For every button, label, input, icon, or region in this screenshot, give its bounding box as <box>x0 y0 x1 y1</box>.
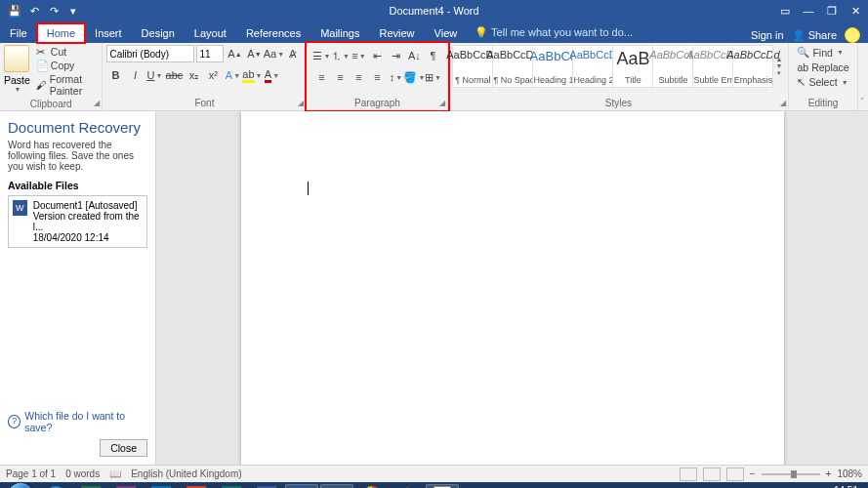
format-painter-label: Format Painter <box>50 73 95 97</box>
format-painter-button[interactable]: 🖌Format Painter <box>32 72 99 98</box>
paste-button[interactable]: Paste ▼ <box>4 45 30 93</box>
recovery-close-button[interactable]: Close <box>100 439 147 457</box>
taskbar-chrome[interactable] <box>355 484 389 488</box>
start-button[interactable] <box>4 484 37 488</box>
taskbar-onenote[interactable]: N <box>109 484 143 488</box>
qat-customize-icon[interactable]: ▾ <box>64 2 82 20</box>
clear-formatting-icon[interactable]: A̷ <box>284 45 302 62</box>
recovered-file-item[interactable]: W Document1 [Autosaved] Version created … <box>8 195 147 248</box>
show-marks-icon[interactable]: ¶ <box>424 47 441 64</box>
styles-more-button[interactable]: ▲▼▾ <box>772 45 784 88</box>
align-center-icon[interactable]: ≡ <box>331 68 349 86</box>
close-icon[interactable]: ✕ <box>847 2 864 20</box>
dialog-launcher-icon[interactable]: ◢ <box>780 99 786 107</box>
tab-mailings[interactable]: Mailings <box>310 23 369 43</box>
undo-icon[interactable]: ↶ <box>25 2 43 20</box>
taskbar-excel[interactable]: X <box>74 484 107 488</box>
decrease-indent-icon[interactable]: ⇤ <box>368 47 386 64</box>
feedback-smiley-icon[interactable] <box>845 27 860 43</box>
bullets-icon[interactable]: ☰▼ <box>312 47 330 64</box>
style-heading1[interactable]: AaBbCcHeading 1 <box>532 45 573 88</box>
grow-font-icon[interactable]: A▲ <box>226 45 243 62</box>
align-right-icon[interactable]: ≡ <box>350 68 367 86</box>
numbering-icon[interactable]: ⒈▼ <box>331 47 349 64</box>
cut-button[interactable]: ✂Cut <box>32 45 99 59</box>
taskbar-outlook[interactable]: O <box>145 484 178 488</box>
word-count[interactable]: 0 words <box>65 468 100 479</box>
document-area[interactable] <box>156 111 868 465</box>
tab-view[interactable]: View <box>425 23 468 43</box>
change-case-icon[interactable]: Aa▼ <box>265 45 282 62</box>
borders-icon[interactable]: ⊞▼ <box>424 68 441 86</box>
taskbar-powerpoint[interactable]: P <box>180 484 213 488</box>
taskbar-publisher[interactable]: P <box>215 484 248 488</box>
font-size-input[interactable] <box>196 45 224 62</box>
tab-review[interactable]: Review <box>370 23 425 43</box>
dialog-launcher-icon[interactable]: ◢ <box>298 99 304 107</box>
internet-explorer-button[interactable] <box>39 484 72 488</box>
highlight-color-icon[interactable]: ab▼ <box>243 66 261 84</box>
restore-icon[interactable]: ❐ <box>823 2 841 20</box>
redo-icon[interactable]: ↷ <box>45 2 62 20</box>
tab-file[interactable]: File <box>0 23 37 43</box>
dialog-launcher-icon[interactable]: ◢ <box>439 99 445 107</box>
style-heading2[interactable]: AaBbCcDHeading 2 <box>572 45 613 88</box>
sort-icon[interactable]: A↓ <box>405 47 423 64</box>
line-spacing-icon[interactable]: ↕▼ <box>387 68 404 86</box>
increase-indent-icon[interactable]: ⇥ <box>387 47 404 64</box>
font-name-input[interactable] <box>106 45 194 62</box>
dialog-launcher-icon[interactable]: ◢ <box>94 99 100 107</box>
save-icon[interactable]: 💾 <box>6 2 23 20</box>
justify-icon[interactable]: ≡ <box>368 68 386 86</box>
copy-button[interactable]: 📄Copy <box>32 59 99 72</box>
read-mode-icon[interactable] <box>680 468 697 481</box>
replace-button[interactable]: abReplace <box>793 61 852 74</box>
tell-me-search[interactable]: 💡 Tell me what you want to do... <box>475 22 633 43</box>
align-left-icon[interactable]: ≡ <box>312 68 330 86</box>
collapse-ribbon-icon[interactable]: ˄ <box>860 97 865 106</box>
tab-layout[interactable]: Layout <box>185 23 236 43</box>
which-file-link[interactable]: Which file do I want to save? <box>8 410 147 433</box>
taskbar-notepad[interactable] <box>426 484 459 488</box>
shading-icon[interactable]: 🪣▼ <box>405 68 423 86</box>
tab-references[interactable]: References <box>236 23 310 43</box>
share-button[interactable]: 👤 Share <box>792 29 837 42</box>
print-layout-icon[interactable] <box>703 468 721 481</box>
superscript-button[interactable]: x² <box>204 66 222 84</box>
bold-button[interactable]: B <box>106 66 124 84</box>
tab-home[interactable]: Home <box>37 23 85 43</box>
sign-in-link[interactable]: Sign in <box>751 29 784 41</box>
taskbar-word[interactable]: W <box>285 484 318 488</box>
select-button[interactable]: ↖Select▼ <box>793 75 852 89</box>
font-color-icon[interactable]: A▼ <box>263 66 280 84</box>
zoom-in-icon[interactable]: + <box>826 468 832 479</box>
italic-button[interactable]: I <box>126 66 144 84</box>
subscript-button[interactable]: x₂ <box>185 66 202 84</box>
taskbar-visio[interactable]: V <box>250 484 283 488</box>
zoom-slider[interactable] <box>762 473 820 475</box>
proofing-icon[interactable]: 📖 <box>109 468 121 479</box>
tab-insert[interactable]: Insert <box>85 23 132 43</box>
language-status[interactable]: English (United Kingdom) <box>131 468 241 479</box>
taskbar-explorer[interactable] <box>320 484 353 488</box>
ribbon-options-icon[interactable]: ▭ <box>776 2 794 20</box>
document-page[interactable] <box>241 111 784 465</box>
style-title[interactable]: AaBTitle <box>612 45 653 88</box>
taskbar-vlc[interactable] <box>391 484 424 488</box>
underline-button[interactable]: U▼ <box>145 66 163 84</box>
multilevel-list-icon[interactable]: ≡▼ <box>350 47 367 64</box>
style-no-spacing[interactable]: AaBbCcDd¶ No Spac... <box>492 45 533 88</box>
zoom-level[interactable]: 108% <box>837 468 862 479</box>
text-effects-icon[interactable]: A▼ <box>224 66 241 84</box>
shrink-font-icon[interactable]: A▼ <box>245 45 263 62</box>
page-count[interactable]: Page 1 of 1 <box>6 468 56 479</box>
style-emphasis[interactable]: AaBbCcDdEmphasis <box>732 45 773 88</box>
tab-design[interactable]: Design <box>132 23 185 43</box>
find-button[interactable]: 🔍Find▼ <box>793 45 852 60</box>
web-layout-icon[interactable] <box>726 468 744 481</box>
replace-icon: ab <box>797 61 808 73</box>
text-cursor <box>308 182 309 195</box>
zoom-out-icon[interactable]: − <box>750 468 756 479</box>
minimize-icon[interactable]: — <box>800 2 817 20</box>
strikethrough-button[interactable]: abc <box>165 66 183 84</box>
